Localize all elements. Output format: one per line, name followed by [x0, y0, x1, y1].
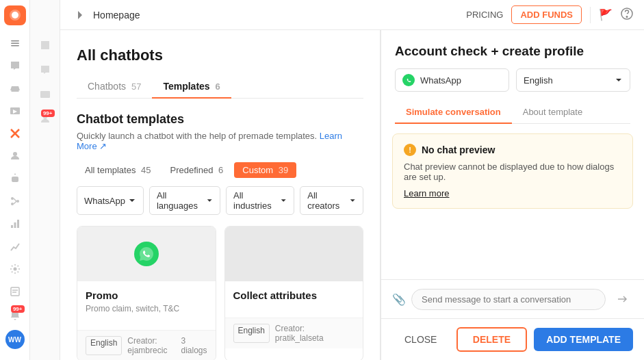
learn-more-link[interactable]: Learn more [404, 188, 449, 198]
svg-point-15 [16, 200, 19, 203]
svg-rect-21 [17, 220, 19, 228]
no-preview-box: ! No chat preview Chat preview cannot be… [392, 133, 633, 209]
card-creator-collect: Creator: pratik_lalseta [275, 324, 355, 343]
panel-tabs: Simulate conversation About template [395, 101, 630, 124]
card-desc-promo: Promo claim, switch, T&C [86, 304, 207, 313]
svg-point-16 [11, 203, 14, 205]
svg-point-14 [11, 197, 14, 200]
main-area: Homepage PRICING ADD FUNDS 🚩 All chatbot… [60, 0, 644, 360]
sidebar-wide-item-4[interactable]: 99+ [34, 108, 56, 130]
template-card-promo[interactable]: Promo Promo claim, switch, T&C English C… [77, 226, 216, 360]
svg-point-1 [12, 12, 18, 18]
help-icon[interactable] [621, 8, 633, 23]
user-avatar[interactable]: WW [5, 330, 25, 349]
svg-rect-20 [14, 222, 16, 228]
send-button[interactable] [611, 288, 633, 310]
card-body-promo: Promo Promo claim, switch, T&C [77, 281, 216, 330]
card-creator-promo: Creator: ejambrecic [127, 336, 181, 355]
topbar: Homepage PRICING ADD FUNDS 🚩 [60, 0, 644, 30]
card-name-collect: Collect attributes [233, 290, 355, 301]
page-title: All chatbots [77, 47, 363, 64]
topbar-right: PRICING ADD FUNDS 🚩 [466, 5, 633, 24]
filter-creator[interactable]: All creators [300, 186, 363, 215]
chat-input[interactable] [411, 289, 606, 310]
filter-industry[interactable]: All industries [226, 186, 294, 215]
chat-preview-area: ! No chat preview Chat preview cannot be… [381, 133, 644, 279]
creator-dialogs-promo: English Creator: ejambrecic 3 dialogs [86, 336, 207, 355]
card-footer-promo: English Creator: ejambrecic 3 dialogs [77, 330, 216, 360]
svg-rect-2 [11, 40, 19, 42]
divider [590, 7, 591, 23]
section-desc: Quickly launch a chatbot with the help o… [77, 131, 363, 151]
tab-chatbots[interactable]: Chatbots 57 [77, 75, 152, 99]
sidebar-item-integrations[interactable] [4, 124, 26, 144]
card-preview-promo [77, 227, 216, 281]
expand-icon[interactable] [71, 7, 88, 23]
sidebar-wide-item-2[interactable] [34, 59, 56, 81]
filter-tab-all[interactable]: All templates 45 [77, 162, 159, 178]
svg-point-9 [13, 152, 17, 156]
channel-select[interactable]: WhatsApp [395, 68, 509, 92]
sidebar-item-reports[interactable] [4, 236, 26, 256]
svg-rect-10 [12, 177, 18, 182]
filter-language[interactable]: All languages [149, 186, 220, 215]
filter-tab-custom[interactable]: Custom 39 [234, 162, 296, 178]
attach-icon[interactable]: 📎 [392, 293, 406, 306]
section-title: Chatbot templates [77, 112, 363, 127]
filter-whatsapp[interactable]: WhatsApp [77, 186, 144, 215]
right-panel: Account check + create profile WhatsApp … [381, 30, 644, 360]
card-footer-collect: English Creator: pratik_lalseta [225, 318, 363, 348]
svg-point-22 [13, 267, 16, 270]
svg-point-29 [626, 16, 628, 17]
svg-point-13 [14, 173, 16, 175]
add-funds-button[interactable]: ADD FUNDS [511, 5, 582, 24]
lang-select[interactable]: English [516, 68, 630, 92]
close-button[interactable]: CLOSE [392, 329, 449, 350]
panel-tab-simulate[interactable]: Simulate conversation [395, 101, 512, 124]
cards-grid: Promo Promo claim, switch, T&C English C… [77, 226, 363, 360]
template-card-collect[interactable]: Collect attributes English Creator: prat… [224, 226, 364, 360]
no-preview-text: Chat preview cannot be displayed due to … [404, 162, 621, 182]
card-preview-collect [225, 227, 363, 281]
delete-button[interactable]: DELETE [456, 327, 527, 352]
add-template-button[interactable]: ADD TEMPLATE [534, 328, 633, 351]
sidebar-item-notifications[interactable]: 99+ [4, 304, 26, 326]
right-panel-title: Account check + create profile [395, 44, 630, 59]
sidebar-item-contacts[interactable] [4, 146, 26, 166]
svg-point-12 [15, 179, 16, 180]
panel-tab-about[interactable]: About template [512, 101, 593, 124]
sidebar-item-media[interactable] [4, 101, 26, 121]
filter-tab-predefined[interactable]: Predefined 6 [162, 162, 232, 178]
whatsapp-icon [134, 242, 159, 266]
tab-templates[interactable]: Templates 6 [152, 75, 231, 99]
filter-tabs: All templates 45 Predefined 6 Custom 39 [77, 162, 363, 178]
sidebar-item-bots[interactable] [4, 168, 26, 188]
card-lang-promo: English [86, 336, 122, 355]
sidebar-item-expand[interactable] [4, 34, 26, 53]
svg-rect-3 [11, 43, 19, 44]
sidebar-item-chat[interactable] [4, 56, 26, 76]
sidebar-wide-badge: 99+ [41, 110, 55, 117]
svg-rect-19 [11, 225, 13, 228]
sidebar-wide-item-1[interactable] [34, 34, 56, 56]
sidebar-wide-item-3[interactable] [34, 83, 56, 105]
sidebar-item-inbox[interactable] [4, 79, 26, 99]
pricing-link[interactable]: PRICING [466, 10, 503, 20]
sidebar-item-analytics[interactable] [4, 214, 26, 233]
svg-rect-23 [11, 287, 19, 296]
lang-label: English [524, 75, 553, 86]
sidebar-logo[interactable] [4, 5, 26, 25]
left-content: All chatbots Chatbots 57 Templates 6 Cha… [60, 30, 381, 360]
sidebar-item-flows[interactable] [4, 191, 26, 211]
warning-icon: ! [404, 144, 416, 156]
flag-icon[interactable]: 🚩 [599, 8, 613, 21]
card-lang-collect: English [233, 324, 270, 343]
filter-dropdowns: WhatsApp All languages All industries Al… [77, 186, 363, 215]
svg-point-11 [12, 179, 14, 180]
creator-dialogs-collect: English Creator: pratik_lalseta [233, 324, 355, 343]
sidebar-narrow: 99+ WW [0, 0, 30, 360]
svg-line-18 [14, 201, 16, 204]
channel-label: WhatsApp [420, 75, 461, 86]
sidebar-item-settings[interactable] [4, 259, 26, 279]
sidebar-item-logs[interactable] [4, 281, 26, 301]
